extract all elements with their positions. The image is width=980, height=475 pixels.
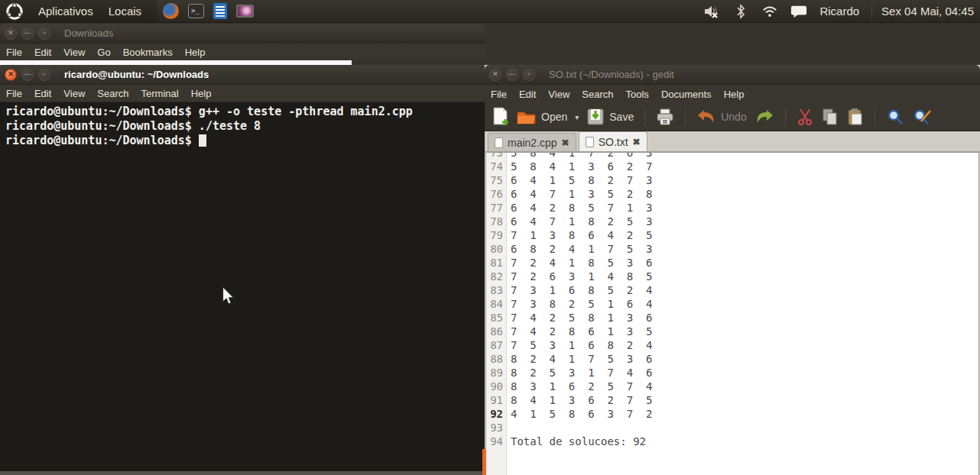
menu-item-bookmarks[interactable]: Bookmarks (117, 47, 179, 58)
tab-close-icon[interactable]: ✖ (562, 137, 570, 148)
menu-item-help[interactable]: Help (718, 89, 751, 100)
menu-item-documents[interactable]: Documents (655, 89, 718, 100)
tab-so-txt[interactable]: SO.txt ✖ (579, 131, 647, 151)
media-player-icon[interactable] (236, 5, 254, 18)
menu-item-search[interactable]: Search (576, 89, 619, 100)
close-icon[interactable]: ✕ (489, 69, 501, 81)
line-text[interactable]: 8 3 1 6 2 5 7 4 (507, 380, 652, 393)
undo-button[interactable]: Undo (696, 108, 746, 125)
text-editor-area[interactable]: 735 8 4 1 7 2 6 3745 8 4 1 3 6 2 7756 4 … (485, 152, 979, 475)
undo-button-label: Undo (721, 111, 746, 123)
line-text[interactable]: 7 3 1 6 8 5 2 4 (507, 284, 652, 296)
open-button[interactable]: Open (517, 108, 567, 125)
line-text[interactable]: 6 4 1 5 8 2 7 3 (507, 174, 652, 186)
paste-button[interactable] (847, 108, 864, 126)
menu-item-edit[interactable]: Edit (513, 89, 542, 100)
open-dropdown-icon[interactable]: ▾ (575, 113, 579, 121)
menu-item-help[interactable]: Help (179, 47, 212, 58)
clock-menu[interactable]: Sex 04 Mai, 04:45 (871, 5, 974, 18)
line-text[interactable] (507, 422, 511, 434)
minimize-icon[interactable]: — (506, 69, 518, 81)
line-number: 75 (486, 173, 507, 187)
maximize-icon[interactable]: ▫ (38, 69, 50, 81)
gedit-titlebar[interactable]: ✕ — ▫ SO.txt (~/Downloads) - gedit (485, 65, 980, 85)
menu-item-edit[interactable]: Edit (28, 88, 57, 99)
copy-button[interactable] (821, 108, 839, 126)
redo-button[interactable] (754, 108, 774, 125)
minimize-icon[interactable]: — (21, 69, 34, 81)
line-text[interactable]: 6 4 7 1 3 5 2 8 (507, 188, 652, 200)
line-text[interactable]: 7 2 4 1 8 5 3 6 (507, 257, 652, 269)
bluetooth-icon[interactable] (732, 3, 749, 20)
line-number: 81 (486, 256, 507, 270)
menu-item-help[interactable]: Help (185, 88, 218, 99)
line-text[interactable]: 5 8 4 1 3 6 2 7 (507, 160, 652, 173)
new-document-button[interactable] (492, 107, 509, 127)
line-text[interactable]: 6 8 2 4 1 7 5 3 (507, 243, 652, 255)
menu-item-file[interactable]: File (0, 88, 28, 99)
applications-menu[interactable]: Aplicativos (31, 5, 101, 18)
line-number: 83 (486, 283, 507, 297)
find-replace-icon (912, 108, 932, 126)
save-button[interactable]: Save (586, 108, 634, 126)
menu-item-edit[interactable]: Edit (28, 47, 57, 58)
line-text[interactable]: 5 8 4 1 7 2 6 3 (507, 152, 652, 159)
line-text[interactable]: 7 4 2 8 6 1 3 5 (507, 325, 652, 338)
find-button[interactable] (886, 108, 904, 126)
line-text[interactable]: Total de solucoes: 92 (507, 435, 646, 448)
menu-item-view[interactable]: View (57, 88, 91, 99)
menu-item-go[interactable]: Go (91, 47, 116, 58)
editor-line: 888 2 4 1 7 5 3 6 (486, 352, 978, 366)
editor-line: 797 1 3 8 6 4 2 5 (486, 228, 978, 242)
maximize-icon[interactable]: ▫ (38, 27, 50, 40)
line-text[interactable]: 8 4 1 3 6 2 7 5 (507, 394, 652, 406)
terminal-titlebar[interactable]: ✕ — ▫ ricardo@ubuntu: ~/Downloads (0, 65, 485, 85)
line-text[interactable]: 7 1 3 8 6 4 2 5 (507, 229, 652, 241)
terminal-cursor (199, 134, 206, 147)
terminal-line: ricardo@ubuntu:~/Downloads$ (5, 134, 485, 148)
tab-main2-cpp[interactable]: main2.cpp ✖ (488, 133, 576, 151)
libreoffice-writer-icon[interactable] (213, 3, 227, 19)
line-text[interactable]: 7 3 8 2 5 1 6 4 (507, 298, 652, 310)
terminal-output[interactable]: ricardo@ubuntu:~/Downloads$ g++ -o teste… (0, 102, 485, 471)
tab-close-icon[interactable]: ✖ (633, 137, 641, 147)
terminal-launcher-icon[interactable]: >_ (188, 4, 204, 18)
line-text[interactable]: 8 2 4 1 7 5 3 6 (507, 353, 652, 365)
editor-line: 908 3 1 6 2 5 7 4 (486, 380, 978, 393)
menu-item-file[interactable]: File (485, 89, 513, 100)
downloads-titlebar[interactable]: ✕ — ▫ Downloads (0, 24, 485, 44)
gedit-menubar: FileEditViewSearchToolsDocumentsHelp (485, 85, 980, 103)
document-icon (495, 137, 503, 148)
messages-icon[interactable] (790, 3, 807, 20)
menu-item-terminal[interactable]: Terminal (135, 88, 185, 99)
username-menu[interactable]: Ricardo (819, 5, 859, 18)
line-text[interactable]: 6 4 2 8 5 7 1 3 (507, 202, 652, 214)
menu-item-search[interactable]: Search (91, 88, 135, 99)
menu-item-file[interactable]: File (0, 47, 28, 58)
line-text[interactable]: 7 4 2 5 8 1 3 6 (507, 312, 652, 324)
menu-item-view[interactable]: View (57, 47, 91, 58)
replace-button[interactable] (912, 108, 932, 126)
line-text[interactable]: 4 1 5 8 6 3 7 2 (507, 408, 652, 420)
menu-item-tools[interactable]: Tools (620, 89, 655, 100)
line-number: 82 (486, 270, 507, 283)
cut-button[interactable] (797, 108, 813, 126)
line-text[interactable]: 8 2 5 3 1 7 4 6 (507, 367, 652, 379)
toolbar-separator (685, 108, 686, 126)
volume-muted-icon[interactable] (703, 3, 720, 20)
minimize-icon[interactable]: — (21, 27, 34, 40)
window-resize-edge[interactable] (482, 449, 486, 475)
line-text[interactable]: 6 4 7 1 8 2 5 3 (507, 215, 652, 228)
close-icon[interactable]: ✕ (5, 69, 17, 81)
places-menu[interactable]: Locais (101, 5, 149, 18)
firefox-icon[interactable] (163, 3, 179, 19)
print-button[interactable] (656, 108, 674, 126)
wifi-icon[interactable] (761, 3, 778, 20)
line-text[interactable]: 7 2 6 3 1 4 8 5 (507, 270, 652, 283)
downloads-window: ✕ — ▫ Downloads FileEditViewGoBookmarksH… (0, 24, 485, 65)
close-icon[interactable]: ✕ (5, 27, 17, 40)
menu-item-view[interactable]: View (542, 89, 576, 100)
line-text[interactable]: 7 5 3 1 6 8 2 4 (507, 339, 652, 351)
maximize-icon[interactable]: ▫ (523, 69, 535, 81)
cut-scissors-icon (797, 108, 813, 126)
